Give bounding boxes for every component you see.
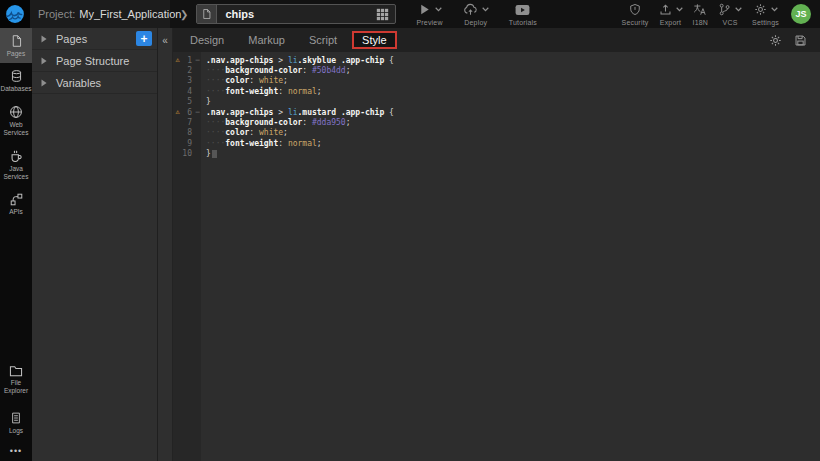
chevron-down-icon[interactable] (735, 7, 742, 12)
line-number: 6 (182, 108, 194, 117)
web-services-icon (9, 105, 23, 119)
panel-section-label: Variables (56, 77, 101, 89)
panel-section-page-structure[interactable]: Page Structure (32, 50, 157, 72)
editor-settings-gear-icon[interactable] (769, 34, 782, 47)
avatar[interactable]: JS (791, 4, 811, 24)
code-line[interactable]: } (201, 97, 820, 107)
settings-button[interactable]: Settings (752, 3, 779, 26)
sidebar-item-file-explorer[interactable]: File Explorer (0, 359, 32, 401)
collapse-panel-icon[interactable]: « (162, 36, 168, 461)
code-token: .nav.app-chips (206, 56, 273, 65)
panel-section-variables[interactable]: Variables (32, 72, 157, 94)
sidebar-item-web-services[interactable]: Web Services (0, 99, 32, 143)
tutorials-button[interactable]: Tutorials (509, 3, 537, 26)
gutter-line: 2 (173, 65, 201, 75)
app-body: PagesDatabasesWeb ServicesJava ServicesA… (0, 28, 820, 461)
deploy-button[interactable]: Deploy (463, 3, 489, 26)
code-token: ···· (206, 139, 225, 148)
code-token: } (206, 97, 211, 106)
code-line[interactable]: ····color: white; (201, 76, 820, 86)
vcs-icon-row (718, 3, 742, 17)
deploy-icon-row (463, 3, 489, 17)
settings-icon-row (754, 3, 778, 17)
vcs-icon (718, 3, 731, 16)
topbar-actions: PreviewDeployTutorials (396, 3, 537, 26)
vcs-button[interactable]: VCS (718, 3, 742, 26)
tab-script[interactable]: Script (297, 31, 349, 49)
gutter-line: 4 (173, 86, 201, 96)
code-token: ···· (206, 87, 225, 96)
code-token: .mustard .app-chip (298, 108, 385, 117)
code-line[interactable]: ····color: white; (201, 128, 820, 138)
code-line[interactable]: ····font-weight: normal; (201, 138, 820, 148)
tab-markup[interactable]: Markup (236, 31, 297, 49)
line-number: 4 (182, 87, 194, 96)
preview-label: Preview (416, 19, 442, 26)
caret-right-icon (41, 79, 47, 87)
sidebar-item-pages[interactable]: Pages (0, 28, 32, 63)
chevron-down-icon[interactable] (771, 7, 778, 12)
line-number: 8 (182, 128, 194, 137)
tab-design[interactable]: Design (178, 31, 236, 49)
chevron-down-icon[interactable] (435, 7, 442, 12)
fold-marker-icon[interactable]: – (194, 108, 201, 116)
sidebar-item-databases[interactable]: Databases (0, 63, 32, 98)
gutter-line: 3 (173, 76, 201, 86)
i18n-label: I18N (693, 19, 709, 26)
wavemaker-logo[interactable] (0, 0, 30, 28)
code-line[interactable]: } (201, 149, 820, 159)
editor-code-area[interactable]: .nav.app-chips > li.skyblue .app-chip {·… (201, 52, 820, 461)
line-number: 7 (182, 118, 194, 127)
panel-section-pages[interactable]: Pages+ (32, 28, 157, 50)
code-line[interactable]: ····font-weight: normal; (201, 86, 820, 96)
sidebar-item-more[interactable]: ••• (0, 440, 32, 461)
code-token: li (288, 108, 298, 117)
style-code-editor[interactable]: ⚠1–2345⚠6–78910 .nav.app-chips > li.skyb… (173, 52, 820, 461)
i18n-button[interactable]: I18N (693, 3, 709, 26)
current-page-tab[interactable]: chips (196, 4, 396, 24)
sidebar-item-label: File Explorer (1, 379, 31, 396)
i18n-icon-row (693, 3, 707, 17)
i18n-icon (693, 3, 707, 16)
deploy-label: Deploy (464, 19, 487, 26)
security-button[interactable]: Security (622, 3, 649, 26)
sidebar-item-label: Pages (7, 50, 25, 58)
sidebar-item-label: Databases (0, 85, 31, 93)
code-line[interactable]: ····background-color: #dda950; (201, 117, 820, 127)
save-icon[interactable] (794, 34, 807, 47)
warning-icon: ⚠ (173, 55, 182, 65)
chevron-down-icon[interactable] (676, 7, 683, 12)
page-switcher-grid-icon[interactable] (376, 8, 389, 21)
export-icon-row (659, 3, 683, 17)
code-token: ···· (206, 66, 225, 75)
sidebar-item-logs[interactable]: Logs (0, 405, 32, 440)
chevron-down-icon[interactable] (482, 7, 489, 12)
code-token: #dda950 (312, 118, 346, 127)
code-line[interactable]: ····background-color: #50b4dd; (201, 65, 820, 75)
caret-right-icon (41, 57, 47, 65)
code-token: : (249, 76, 259, 85)
gutter-line: 8 (173, 128, 201, 138)
fold-marker-icon[interactable]: – (194, 56, 201, 64)
play-icon (418, 3, 431, 16)
code-token: ; (317, 87, 322, 96)
code-line[interactable]: .nav.app-chips > li.skyblue .app-chip { (201, 55, 820, 65)
breadcrumb: Project: My_First_Application (30, 0, 170, 28)
code-token: : (278, 139, 288, 148)
code-line[interactable]: .nav.app-chips > li.mustard .app-chip { (201, 107, 820, 117)
code-token: ; (346, 66, 351, 75)
preview-button[interactable]: Preview (416, 3, 442, 26)
deploy-icon (463, 3, 478, 16)
code-token: normal (288, 87, 317, 96)
tab-style[interactable]: Style (352, 31, 396, 49)
export-label: Export (660, 19, 681, 26)
code-token: ···· (206, 118, 225, 127)
sidebar-item-java-services[interactable]: Java Services (0, 143, 32, 187)
sidebar-item-label: Web Services (1, 121, 31, 138)
sidebar-item-apis[interactable]: APIs (0, 187, 32, 221)
databases-icon (10, 69, 23, 83)
gutter-line: 9 (173, 138, 201, 148)
gutter-line: ⚠6– (173, 107, 201, 117)
export-button[interactable]: Export (659, 3, 683, 26)
add-page-button[interactable]: + (136, 31, 152, 46)
